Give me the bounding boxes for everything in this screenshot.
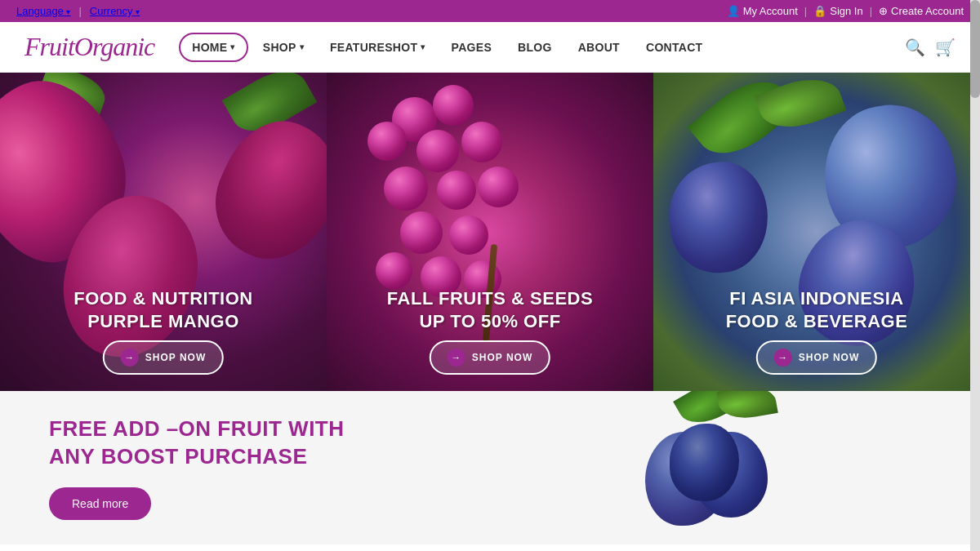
nav-icons: 🔍 🛒 <box>905 38 956 57</box>
create-account-link[interactable]: ⊕ Create Account <box>879 5 964 17</box>
top-bar-right: 👤 My Account | 🔒 Sign In | ⊕ Create Acco… <box>727 5 964 17</box>
berry-9 <box>400 211 443 254</box>
nav-contact[interactable]: CONTACT <box>635 34 715 60</box>
sep-2: | <box>870 5 872 17</box>
berry-8 <box>478 167 519 207</box>
logo[interactable]: FruitOrganic <box>24 32 154 62</box>
nav-about[interactable]: ABOUT <box>567 34 631 60</box>
sep-1: | <box>804 5 807 17</box>
banner-1-shop-now-button[interactable]: → SHOP NOW <box>103 340 224 375</box>
banner-2-arrow-icon: → <box>448 349 466 367</box>
banner-3-content: FI ASIA INDONESIA FOOD & BEVERAGE <box>670 287 964 334</box>
divider-1: | <box>78 5 81 17</box>
nav-home[interactable]: HOME ▾ <box>179 33 248 62</box>
sign-in-link[interactable]: 🔒 Sign In <box>813 5 862 17</box>
scrollbar-thumb[interactable] <box>970 0 980 98</box>
promo-fruit-image <box>621 391 817 534</box>
berry-6 <box>384 167 428 211</box>
nav-pages[interactable]: PAGES <box>440 34 503 60</box>
currency-arrow-icon: ▾ <box>136 7 140 16</box>
banner-2-shop-now-button[interactable]: → SHOP NOW <box>430 340 550 375</box>
shop-dropdown-icon: ▾ <box>300 42 304 51</box>
scrollbar[interactable] <box>970 0 980 544</box>
banner-2-title: FALL FRUITS & SEEDS UP TO 50% OFF <box>343 287 637 334</box>
currency-dropdown[interactable]: Currency ▾ <box>90 5 140 17</box>
plum-fruit-3 <box>665 158 772 277</box>
header: FruitOrganic HOME ▾ SHOP ▾ FEATURESHOT ▾… <box>0 22 980 73</box>
nav-blog[interactable]: BLOG <box>506 34 564 60</box>
banner-3-title: FI ASIA INDONESIA FOOD & BEVERAGE <box>670 287 964 334</box>
promo-section: FREE ADD –ON FRUIT WITH ANY BOOST PURCHA… <box>0 391 980 544</box>
berry-3 <box>368 122 407 161</box>
hero-banners: FOOD & NUTRITION PURPLE MANGO → SHOP NOW <box>0 73 980 391</box>
berry-2 <box>433 85 474 126</box>
main-nav: HOME ▾ SHOP ▾ FEATURESHOT ▾ PAGES BLOG A… <box>179 33 905 62</box>
banner-2-content: FALL FRUITS & SEEDS UP TO 50% OFF <box>343 287 637 334</box>
search-icon[interactable]: 🔍 <box>905 38 925 57</box>
nav-shop[interactable]: SHOP ▾ <box>252 34 315 60</box>
banner-3-shop-now-button[interactable]: → SHOP NOW <box>756 340 877 375</box>
promo-leaf-2 <box>716 391 778 423</box>
berry-10 <box>449 216 488 255</box>
banner-plums[interactable]: FI ASIA INDONESIA FOOD & BEVERAGE → SHOP… <box>653 73 980 391</box>
lock-icon: 🔒 <box>813 5 826 17</box>
featureshot-dropdown-icon: ▾ <box>421 42 425 51</box>
language-arrow-icon: ▾ <box>66 7 70 16</box>
top-bar: Language ▾ | Currency ▾ 👤 My Account | 🔒… <box>0 0 980 22</box>
berry-7 <box>437 171 476 210</box>
berry-5 <box>461 122 502 162</box>
cart-icon[interactable]: 🛒 <box>935 38 956 57</box>
berry-11 <box>376 252 412 289</box>
language-dropdown[interactable]: Language ▾ <box>16 5 70 17</box>
banner-1-arrow-icon: → <box>121 349 139 367</box>
account-icon: 👤 <box>727 5 740 17</box>
banner-1-content: FOOD & NUTRITION PURPLE MANGO <box>16 287 310 334</box>
create-account-icon: ⊕ <box>879 5 888 17</box>
banner-mango[interactable]: FOOD & NUTRITION PURPLE MANGO → SHOP NOW <box>0 73 327 391</box>
my-account-link[interactable]: 👤 My Account <box>727 5 798 17</box>
top-bar-left: Language ▾ | Currency ▾ <box>16 5 140 17</box>
promo-read-more-button[interactable]: Read more <box>49 487 151 520</box>
banner-berries[interactable]: FALL FRUITS & SEEDS UP TO 50% OFF → SHOP… <box>327 73 653 391</box>
banner-3-arrow-icon: → <box>774 349 792 367</box>
nav-featureshot[interactable]: FEATURESHOT ▾ <box>318 34 437 60</box>
mango-fruit-3 <box>197 104 327 278</box>
promo-plum-3 <box>670 424 739 501</box>
home-dropdown-icon: ▾ <box>230 42 234 51</box>
banner-1-title: FOOD & NUTRITION PURPLE MANGO <box>16 287 310 334</box>
berry-4 <box>416 130 459 172</box>
